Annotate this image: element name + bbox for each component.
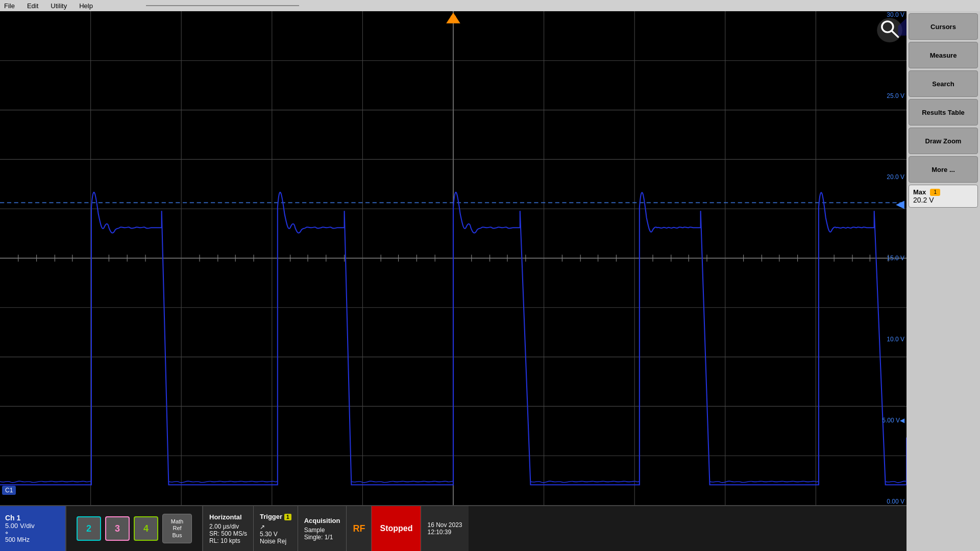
trigger-indicator — [146, 5, 299, 6]
menu-bar: File Edit Utility Help — [0, 0, 980, 11]
datetime-box: 16 Nov 2023 12:10:39 — [421, 506, 468, 551]
c1-channel-label: C1 — [2, 486, 16, 495]
ch3-button[interactable]: 3 — [105, 516, 130, 541]
measurement-value: 20.2 V — [913, 196, 973, 204]
acquisition-single: Single: 1/1 — [304, 534, 340, 541]
waveform-svg: T ◀ — [0, 11, 906, 505]
cursors-button[interactable]: Cursors — [909, 13, 978, 40]
bottom-bar: Ch 1 5.00 V/div ⌖ 500 MHz 2 3 4 MathRefB… — [0, 505, 906, 551]
main-content: T ◀ — [0, 11, 980, 551]
measurement-label: Max — [913, 188, 926, 196]
right-sidebar: Cursors Measure Search Results Table Dra… — [906, 11, 980, 551]
trigger-edge: ↗ — [260, 523, 291, 531]
channel-buttons: 2 3 4 MathRefBus — [66, 506, 202, 551]
oscilloscope-screen[interactable]: T ◀ — [0, 11, 906, 505]
rf-label: RF — [353, 523, 365, 534]
svg-text:◀: ◀ — [896, 197, 904, 210]
date-text: 16 Nov 2023 — [427, 521, 462, 529]
more-button[interactable]: More ... — [909, 156, 978, 183]
math-ref-bus-button[interactable]: MathRefBus — [162, 514, 192, 543]
trigger-ch-indicator: 1 — [284, 514, 291, 520]
stopped-label: Stopped — [380, 524, 412, 533]
measure-button[interactable]: Measure — [909, 42, 978, 68]
menu-help[interactable]: Help — [79, 2, 93, 10]
results-table-button[interactable]: Results Table — [909, 99, 978, 126]
horizontal-title: Horizontal — [209, 513, 247, 521]
measurement-ch-indicator: 1 — [930, 189, 940, 196]
horizontal-rl: RL: 10 kpts — [209, 537, 247, 544]
ch1-title: Ch 1 — [5, 514, 60, 522]
rf-box[interactable]: RF — [347, 506, 372, 551]
horizontal-time-div: 2.00 µs/div — [209, 523, 247, 530]
ch1-info-box[interactable]: Ch 1 5.00 V/div ⌖ 500 MHz — [0, 506, 66, 551]
time-text: 12:10:39 — [427, 529, 462, 536]
ch1-vdiv: 5.00 V/div — [5, 522, 60, 530]
scope-area: T ◀ — [0, 11, 906, 551]
trigger-level: 5.30 V — [260, 531, 291, 538]
trigger-title: Trigger — [260, 513, 282, 520]
menu-utility[interactable]: Utility — [51, 2, 67, 10]
draw-zoom-button[interactable]: Draw Zoom — [909, 128, 978, 154]
acquisition-mode: Sample — [304, 527, 340, 534]
search-button[interactable]: Search — [909, 70, 978, 97]
svg-marker-69 — [898, 18, 906, 35]
horizontal-box[interactable]: Horizontal 2.00 µs/div SR: 500 MS/s RL: … — [202, 506, 254, 551]
menu-edit[interactable]: Edit — [27, 2, 38, 10]
ch2-button[interactable]: 2 — [77, 516, 101, 541]
stopped-box[interactable]: Stopped — [372, 506, 421, 551]
acquisition-title: Acquisition — [304, 517, 340, 524]
ch4-button[interactable]: 4 — [134, 516, 158, 541]
menu-file[interactable]: File — [4, 2, 15, 10]
ch1-bandwidth: 500 MHz — [5, 536, 60, 543]
trigger-box[interactable]: Trigger 1 ↗ 5.30 V Noise Rej — [254, 506, 298, 551]
ch1-probe-icon: ⌖ — [5, 530, 60, 536]
svg-text:T: T — [451, 15, 456, 24]
acquisition-box[interactable]: Acquisition Sample Single: 1/1 — [298, 506, 347, 551]
trigger-mode: Noise Rej — [260, 538, 291, 545]
measurement-result-box: Max 1 20.2 V — [909, 185, 978, 208]
horizontal-sr: SR: 500 MS/s — [209, 530, 247, 537]
